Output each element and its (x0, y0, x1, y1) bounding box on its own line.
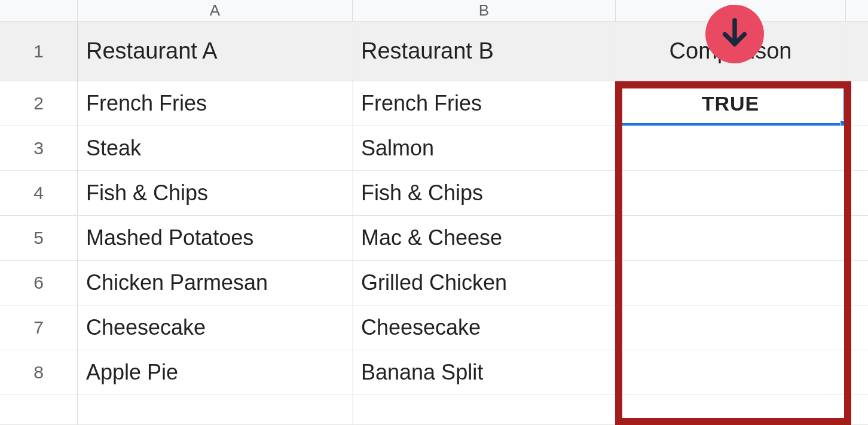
row-header-6[interactable]: 6 (0, 261, 78, 305)
cell-D3[interactable] (846, 126, 868, 170)
row-header-1[interactable]: 1 (0, 22, 78, 81)
cell-B1[interactable]: Restaurant B (353, 22, 616, 81)
column-header-D[interactable] (846, 0, 868, 21)
cell-D2[interactable] (846, 81, 868, 126)
cell-D8[interactable] (846, 350, 868, 395)
cell-B5[interactable]: Mac & Cheese (353, 216, 616, 260)
column-header-A[interactable]: A (78, 0, 353, 21)
cell-A8[interactable]: Apple Pie (78, 350, 353, 395)
cell-B9[interactable] (353, 395, 616, 424)
cell-A6[interactable]: Chicken Parmesan (78, 261, 353, 305)
cell-D7[interactable] (846, 305, 868, 350)
arrow-down-icon (718, 16, 751, 52)
cell-C6[interactable] (616, 261, 846, 305)
row-header-2[interactable]: 2 (0, 81, 78, 126)
spreadsheet: A B C 1 Restaurant A Restaurant B Compar… (0, 0, 868, 425)
cell-D6[interactable] (846, 261, 868, 305)
cell-D1[interactable] (846, 22, 868, 81)
row-header-9[interactable] (0, 395, 78, 424)
cell-C4[interactable] (616, 171, 846, 215)
cell-A2[interactable]: French Fries (78, 81, 353, 126)
cell-D9[interactable] (846, 395, 868, 424)
cell-A1[interactable]: Restaurant A (78, 22, 353, 81)
cell-A9[interactable] (78, 395, 353, 424)
row-header-5[interactable]: 5 (0, 216, 78, 260)
cell-B8[interactable]: Banana Split (353, 350, 616, 395)
cell-C2[interactable]: TRUE (616, 81, 846, 126)
cell-B2[interactable]: French Fries (353, 81, 616, 126)
cell-B6[interactable]: Grilled Chicken (353, 261, 616, 305)
cell-C7[interactable] (616, 305, 846, 350)
row-7: 7 Cheesecake Cheesecake (0, 305, 868, 350)
row-header-4[interactable]: 4 (0, 171, 78, 215)
row-3: 3 Steak Salmon (0, 126, 868, 171)
arrow-down-badge (705, 5, 764, 63)
cell-C3[interactable] (616, 126, 846, 170)
row-9 (0, 395, 868, 425)
row-header-8[interactable]: 8 (0, 350, 78, 395)
row-header-7[interactable]: 7 (0, 305, 78, 350)
cell-C8[interactable] (616, 350, 846, 395)
row-4: 4 Fish & Chips Fish & Chips (0, 171, 868, 216)
cell-D5[interactable] (846, 216, 868, 260)
cell-A4[interactable]: Fish & Chips (78, 171, 353, 215)
row-header-3[interactable]: 3 (0, 126, 78, 170)
cell-C5[interactable] (616, 216, 846, 260)
cell-A5[interactable]: Mashed Potatoes (78, 216, 353, 260)
cell-B3[interactable]: Salmon (353, 126, 616, 170)
cell-B4[interactable]: Fish & Chips (353, 171, 616, 215)
row-8: 8 Apple Pie Banana Split (0, 350, 868, 395)
corner-cell[interactable] (0, 0, 78, 21)
column-header-B[interactable]: B (353, 0, 616, 21)
cell-A7[interactable]: Cheesecake (78, 305, 353, 350)
cell-D4[interactable] (846, 171, 868, 215)
row-6: 6 Chicken Parmesan Grilled Chicken (0, 261, 868, 305)
cell-A3[interactable]: Steak (78, 126, 353, 170)
cell-C9[interactable] (616, 395, 846, 424)
row-2: 2 French Fries French Fries TRUE (0, 81, 868, 126)
row-5: 5 Mashed Potatoes Mac & Cheese (0, 216, 868, 261)
cell-B7[interactable]: Cheesecake (353, 305, 616, 350)
